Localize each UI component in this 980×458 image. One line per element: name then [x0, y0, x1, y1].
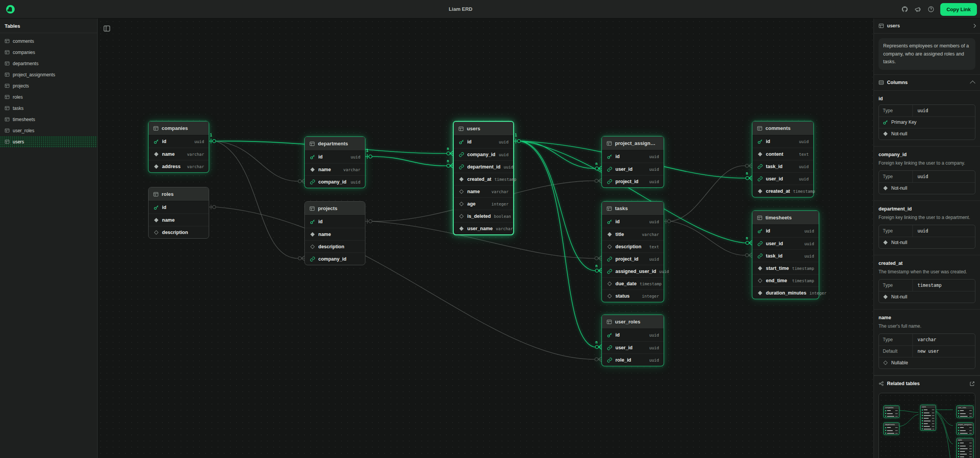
erd-table-header[interactable]: timesheets — [752, 211, 819, 225]
erd-table-roles[interactable]: roles id name description — [148, 187, 209, 239]
erd-column-row[interactable]: id uuid — [149, 135, 209, 148]
related-tables-minimap[interactable]: companies departments users user_roles p… — [879, 393, 975, 458]
erd-column-row[interactable]: duration_minutes integer — [752, 286, 819, 299]
erd-column-row[interactable]: company_id uuid — [454, 148, 513, 160]
sidebar-item-user_roles[interactable]: user_roles — [0, 125, 97, 136]
erd-table-comments[interactable]: comments id uuid content text task_id uu… — [752, 121, 814, 197]
erd-table-companies[interactable]: companies id uuid name varchar address v… — [148, 121, 209, 173]
megaphone-icon[interactable] — [914, 5, 922, 13]
minimap-table-name: users — [921, 405, 936, 409]
erd-column-row[interactable]: task_id uuid — [752, 160, 813, 172]
sidebar-item-tasks[interactable]: tasks — [0, 103, 97, 114]
erd-column-row[interactable]: id uuid — [602, 150, 664, 163]
erd-column-row[interactable]: name varchar — [454, 185, 513, 197]
erd-column-row[interactable]: assigned_user_id uuid — [602, 265, 664, 277]
sidebar-item-departments[interactable]: departments — [0, 58, 97, 69]
minimap-table-node[interactable]: departments — [884, 423, 899, 435]
erd-table-project_assignme[interactable]: project_assignme... id uuid user_id uuid… — [602, 136, 664, 188]
erd-table-header[interactable]: project_assignme... — [602, 136, 664, 150]
erd-canvas[interactable]: 1 1 1 n n n n n n n companies id uuid na… — [98, 19, 874, 458]
erd-table-users[interactable]: users id uuid company_id uuid department… — [453, 121, 514, 235]
sidebar-item-projects[interactable]: projects — [0, 80, 97, 91]
erd-column-row[interactable]: task_id uuid — [752, 249, 819, 262]
erd-table-departments[interactable]: departments id uuid name varchar company… — [304, 136, 365, 188]
erd-column-row[interactable]: name — [149, 214, 209, 226]
erd-column-row[interactable]: due_date timestamp — [602, 277, 664, 290]
erd-column-row[interactable]: id — [305, 216, 365, 228]
erd-table-header[interactable]: users — [454, 122, 513, 136]
erd-column-row[interactable]: end_time timestamp — [752, 274, 819, 286]
erd-column-row[interactable]: company_id — [305, 253, 365, 265]
sidebar-item-comments[interactable]: comments — [0, 35, 97, 47]
erd-column-row[interactable]: content text — [752, 148, 813, 160]
columns-section-header[interactable]: Columns — [874, 75, 980, 90]
github-icon[interactable] — [901, 5, 909, 13]
help-icon[interactable] — [927, 5, 935, 13]
erd-table-header[interactable]: projects — [305, 202, 365, 216]
detail-panel-body[interactable]: Represents employees or members of a com… — [874, 34, 980, 458]
erd-column-row[interactable]: status integer — [602, 290, 664, 302]
sidebar-item-timesheets[interactable]: timesheets — [0, 114, 97, 125]
chevron-up-icon[interactable] — [970, 81, 975, 86]
diamond-filled-icon — [153, 151, 159, 157]
erd-column-row[interactable]: description text — [602, 240, 664, 253]
erd-column-row[interactable]: title varchar — [602, 228, 664, 240]
minimap-table-node[interactable]: project_assignme... — [956, 423, 973, 435]
diamond-filled-icon — [309, 167, 315, 172]
minimap-row — [957, 409, 973, 412]
erd-column-row[interactable]: user_id uuid — [752, 172, 813, 185]
erd-column-row[interactable]: id — [149, 201, 209, 214]
erd-column-row[interactable]: department_id uuid — [454, 160, 513, 173]
erd-table-tasks[interactable]: tasks id uuid title varchar description … — [602, 201, 664, 302]
minimap-table-node[interactable]: companies — [884, 406, 899, 418]
erd-table-header[interactable]: companies — [149, 121, 209, 135]
sidebar-toggle-icon[interactable] — [103, 25, 111, 32]
foreign-key-link-icon — [607, 256, 612, 262]
collapse-panel-icon[interactable] — [972, 23, 978, 29]
erd-column-row[interactable]: user_id uuid — [602, 341, 664, 354]
minimap-table-node[interactable]: tasks — [956, 438, 973, 458]
erd-column-row[interactable]: name varchar — [149, 148, 209, 160]
erd-column-row[interactable]: created_at timestamp — [752, 185, 813, 197]
sidebar-item-project_assignments[interactable]: project_assignments — [0, 69, 97, 80]
erd-column-row[interactable]: id uuid — [454, 136, 513, 148]
erd-column-row[interactable]: name — [305, 228, 365, 240]
sidebar-item-companies[interactable]: companies — [0, 47, 97, 58]
erd-column-row[interactable]: role_id uuid — [602, 354, 664, 366]
sidebar-item-users[interactable]: users — [0, 136, 97, 147]
erd-column-row[interactable]: description — [149, 226, 209, 238]
erd-column-row[interactable]: user_id uuid — [602, 163, 664, 175]
sidebar-item-roles[interactable]: roles — [0, 91, 97, 103]
erd-column-row[interactable]: project_id uuid — [602, 253, 664, 265]
open-related-diagram-icon[interactable] — [969, 381, 975, 387]
erd-table-header[interactable]: departments — [305, 137, 365, 151]
erd-table-timesheets[interactable]: timesheets id uuid user_id uuid task_id … — [752, 210, 819, 299]
minimap-table-node[interactable]: users — [920, 405, 936, 431]
erd-column-row[interactable]: project_id uuid — [602, 175, 664, 187]
erd-column-row[interactable]: address varchar — [149, 160, 209, 172]
erd-table-user_roles[interactable]: user_roles id uuid user_id uuid role_id … — [602, 315, 664, 366]
liam-logo-icon[interactable] — [6, 5, 15, 13]
erd-column-row[interactable]: name varchar — [305, 163, 365, 175]
erd-table-header[interactable]: comments — [752, 121, 813, 135]
erd-table-header[interactable]: tasks — [602, 202, 664, 216]
erd-column-row[interactable]: id uuid — [752, 135, 813, 148]
erd-column-row[interactable]: created_at timestamp — [454, 173, 513, 185]
minimap-table-node[interactable]: user_roles — [956, 406, 973, 418]
erd-table-header[interactable]: user_roles — [602, 315, 664, 329]
erd-column-row[interactable]: user_name varchar — [454, 222, 513, 234]
erd-column-row[interactable]: age integer — [454, 197, 513, 210]
copy-link-button[interactable]: Copy Link — [940, 3, 977, 16]
erd-table-projects[interactable]: projects id name description company_id — [304, 201, 365, 265]
erd-table-header[interactable]: roles — [149, 187, 209, 201]
erd-column-row[interactable]: company_id uuid — [305, 175, 365, 188]
erd-column-row[interactable]: description — [305, 240, 365, 253]
erd-column-row[interactable]: is_deleted boolean — [454, 210, 513, 222]
erd-column-row[interactable]: id uuid — [602, 329, 664, 341]
erd-column-row[interactable]: id uuid — [752, 225, 819, 237]
constraint-row: Not-null — [879, 291, 975, 303]
erd-column-row[interactable]: id uuid — [305, 151, 365, 163]
erd-column-row[interactable]: id uuid — [602, 216, 664, 228]
erd-column-row[interactable]: user_id uuid — [752, 237, 819, 249]
erd-column-row[interactable]: start_time timestamp — [752, 262, 819, 274]
